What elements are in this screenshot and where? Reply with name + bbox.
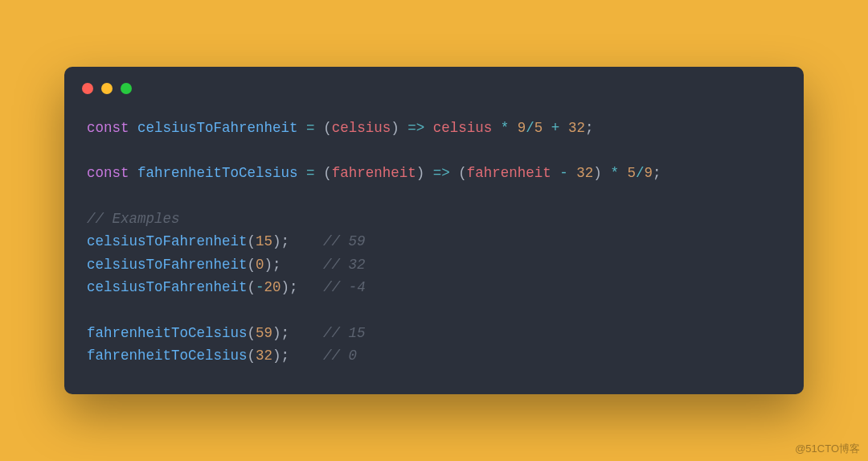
code-line-6: celsiusToFahrenheit(15); // 59 bbox=[87, 233, 366, 249]
watermark: @51CTO博客 bbox=[795, 442, 860, 456]
code-line-8: celsiusToFahrenheit(-20); // -4 bbox=[87, 279, 366, 295]
function-name: celsiusToFahrenheit bbox=[137, 120, 298, 136]
code-line-7: celsiusToFahrenheit(0); // 32 bbox=[87, 257, 366, 273]
comment-result: // 15 bbox=[323, 325, 366, 341]
minimize-icon[interactable] bbox=[101, 83, 113, 94]
code-line-3: const fahrenheitToCelsius = (fahrenheit)… bbox=[87, 165, 661, 181]
code-line-10: fahrenheitToCelsius(59); // 15 bbox=[87, 325, 366, 341]
maximize-icon[interactable] bbox=[121, 83, 132, 94]
window-titlebar bbox=[64, 83, 804, 109]
keyword-const: const bbox=[87, 120, 129, 136]
close-icon[interactable] bbox=[82, 83, 93, 94]
code-block: const celsiusToFahrenheit = (celsius) =>… bbox=[64, 109, 804, 373]
param-fahrenheit: fahrenheit bbox=[332, 165, 416, 181]
comment-result: // 32 bbox=[323, 257, 366, 273]
param-celsius: celsius bbox=[332, 120, 391, 136]
code-line-1: const celsiusToFahrenheit = (celsius) =>… bbox=[87, 120, 593, 136]
comment-examples: // Examples bbox=[87, 211, 180, 227]
comment-result: // 0 bbox=[323, 348, 357, 364]
comment-result: // -4 bbox=[323, 279, 366, 295]
code-line-5: // Examples bbox=[87, 211, 180, 227]
function-name: fahrenheitToCelsius bbox=[137, 165, 298, 181]
code-line-11: fahrenheitToCelsius(32); // 0 bbox=[87, 348, 357, 364]
comment-result: // 59 bbox=[323, 233, 366, 249]
code-window: const celsiusToFahrenheit = (celsius) =>… bbox=[64, 67, 804, 395]
keyword-const: const bbox=[87, 165, 129, 181]
